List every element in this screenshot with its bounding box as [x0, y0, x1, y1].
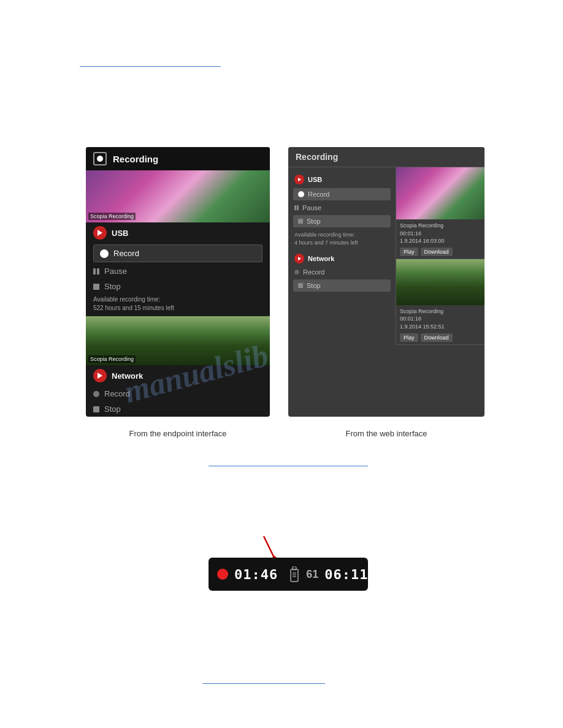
- ep-network-record-label: Record: [104, 389, 130, 398]
- web-stop-icon: [298, 219, 303, 224]
- web-thumb-label-1: Scopia Recording 00:01:16 1.9.2014 16:03…: [400, 222, 481, 245]
- caption-row: From the endpoint interface From the web…: [86, 429, 484, 438]
- remote-control-icon: [289, 566, 300, 583]
- web-header: Recording: [288, 147, 484, 167]
- web-network-stop-label: Stop: [307, 282, 321, 289]
- ep-stop-label: Stop: [104, 282, 121, 291]
- web-network-stop-button[interactable]: Stop: [293, 279, 391, 292]
- web-screenshot: Recording USB Record: [288, 147, 484, 417]
- ep-pause-item[interactable]: Pause: [86, 264, 270, 279]
- web-info-text: Available recording time: 4 hours and 7 …: [288, 229, 396, 249]
- record-circle-icon: [100, 249, 109, 258]
- ep-available-label: Available recording time:: [93, 296, 160, 303]
- web-available-label: Available recording time:: [294, 232, 354, 238]
- network-arrow-icon: [98, 373, 102, 379]
- ep-usb-label: USB: [112, 229, 128, 238]
- web-time-left: 4 hours and 7 minutes left: [294, 240, 358, 246]
- caption-endpoint: From the endpoint interface: [86, 429, 270, 438]
- caption-web: From the web interface: [288, 429, 484, 438]
- ep-thumb-label-1: Scopia Recording: [88, 213, 136, 220]
- web-stop-button[interactable]: Stop: [293, 215, 391, 227]
- web-network-icon: [294, 254, 304, 264]
- ep-header-title: Recording: [113, 154, 158, 164]
- web-download-button-1[interactable]: Download: [421, 248, 453, 256]
- web-usb-label: USB: [308, 176, 322, 183]
- web-stop-label: Stop: [307, 218, 321, 225]
- web-play-button-2[interactable]: Play: [400, 333, 418, 342]
- pause-icon: [93, 268, 99, 275]
- web-download-button-2[interactable]: Download: [421, 333, 453, 342]
- channel-number: 61: [306, 568, 318, 581]
- ep-header-dot: [93, 152, 107, 165]
- ep-network-section: Network: [86, 365, 270, 386]
- ep-network-record-item[interactable]: Record: [86, 386, 270, 401]
- network-stop-icon: [93, 406, 99, 412]
- ep-thumbnail-2: Scopia Recording: [86, 316, 270, 365]
- web-thumb-info-1: Scopia Recording 00:01:16 1.9.2014 16:03…: [396, 219, 484, 259]
- ep-usb-section: USB: [86, 222, 270, 243]
- network-icon: [93, 369, 107, 382]
- web-usb-icon: [294, 175, 304, 184]
- web-play-button-1[interactable]: Play: [400, 248, 418, 256]
- web-thumb-info-2: Scopia Recording 00:01:16 1.9.2014 15:52…: [396, 305, 484, 345]
- ep-record-button[interactable]: Record: [93, 245, 262, 262]
- web-play-btns-2: Play Download: [400, 333, 481, 342]
- top-link: [80, 66, 221, 67]
- web-network-stop-icon: [298, 283, 303, 288]
- web-usb-section: USB: [288, 172, 396, 187]
- remote-icon: [289, 566, 300, 583]
- web-network-record-label: Record: [303, 268, 324, 276]
- web-right-panel: Scopia Recording 00:01:16 1.9.2014 16:03…: [396, 167, 484, 345]
- ep-network-label: Network: [112, 371, 143, 381]
- ep-record-label: Record: [113, 249, 139, 258]
- web-play-btns-1: Play Download: [400, 248, 481, 256]
- status-bar: 01:46 61 06:11: [209, 558, 368, 591]
- ep-thumbnail-1: Scopia Recording: [86, 170, 270, 222]
- svg-line-0: [264, 536, 275, 559]
- web-network-record-item[interactable]: Record: [288, 266, 396, 278]
- web-pause-label: Pause: [302, 204, 321, 211]
- endpoint-screenshot: Recording Scopia Recording USB Record Pa…: [86, 147, 270, 417]
- web-network-record-dot: [294, 270, 299, 275]
- ep-thumb-label-2: Scopia Recording: [88, 355, 136, 363]
- ep-pause-label: Pause: [104, 267, 127, 276]
- web-thumb-label-2: Scopia Recording 00:01:16 1.9.2014 15:52…: [400, 308, 481, 331]
- web-pause-item[interactable]: Pause: [288, 202, 396, 214]
- web-record-circle-icon: [298, 191, 304, 197]
- gray-dot-icon: [93, 391, 99, 397]
- bottom-link-2: [202, 683, 325, 684]
- web-record-button[interactable]: Record: [293, 188, 391, 200]
- svg-rect-2: [291, 569, 298, 582]
- web-forest-image: [396, 259, 484, 305]
- usb-icon: [93, 226, 107, 240]
- web-network-section: Network: [288, 251, 396, 266]
- ep-stop-item[interactable]: Stop: [86, 279, 270, 294]
- ep-network-stop-label: Stop: [104, 404, 121, 414]
- ep-header-dot-inner: [97, 156, 103, 162]
- web-pause-icon: [294, 205, 299, 210]
- web-network-label: Network: [308, 255, 334, 262]
- web-left-panel: USB Record Pause St: [288, 167, 396, 345]
- web-flower-image: [396, 167, 484, 219]
- recording-dot-icon: [217, 569, 228, 580]
- ep-info-text: Available recording time: 522 hours and …: [86, 294, 270, 316]
- ep-header: Recording: [86, 147, 270, 170]
- bottom-link-1: [209, 466, 368, 466]
- screenshots-row: Recording Scopia Recording USB Record Pa…: [86, 147, 484, 417]
- web-thumb-2: [396, 259, 484, 305]
- recording-time: 01:46: [234, 567, 278, 582]
- ep-time-left: 522 hours and 15 minutes left: [93, 305, 174, 311]
- web-record-label: Record: [308, 191, 329, 198]
- ep-network-stop-item[interactable]: Stop: [86, 401, 270, 417]
- stop-icon: [93, 284, 99, 290]
- web-body: USB Record Pause St: [288, 167, 484, 345]
- clock-time: 06:11: [324, 567, 368, 582]
- usb-arrow-icon: [98, 230, 102, 236]
- web-thumb-1: [396, 167, 484, 219]
